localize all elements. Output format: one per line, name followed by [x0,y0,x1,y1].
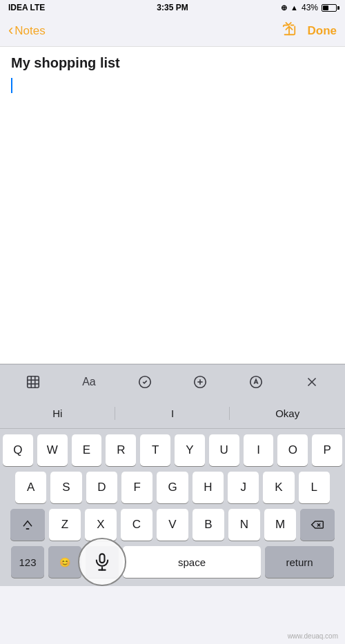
key-s[interactable]: S [50,472,81,503]
delete-key[interactable] [300,509,335,541]
microphone-key[interactable] [86,546,119,578]
key-d[interactable]: D [86,472,117,503]
key-b[interactable]: B [193,509,224,541]
key-a[interactable]: A [15,472,46,503]
battery-text: 43% [302,3,318,12]
key-o[interactable]: O [277,434,308,466]
key-p[interactable]: P [312,434,342,466]
emoji-key[interactable]: 😊 [48,546,81,578]
close-keyboard-button[interactable] [297,370,327,394]
status-indicators: ⊕ ▲ 43% [281,3,337,12]
key-j[interactable]: J [228,472,259,503]
table-button[interactable] [18,370,48,394]
status-carrier: IDEA LTE [8,3,45,12]
key-e[interactable]: E [72,434,102,466]
note-title: My shopping list [11,55,334,71]
nav-bar: ‹ Notes Done [0,15,345,47]
key-c[interactable]: C [121,509,152,541]
key-u[interactable]: U [209,434,239,466]
keyboard-toolbar: Aa [0,364,345,399]
format-button[interactable]: Aa [74,370,104,394]
key-k[interactable]: K [263,472,294,503]
text-cursor [11,78,12,93]
key-r[interactable]: R [106,434,136,466]
checklist-button[interactable] [130,370,160,394]
shift-key[interactable] [10,509,45,541]
add-button[interactable] [185,370,215,394]
predict-item-i[interactable]: I [115,402,230,425]
predictive-bar: Hi I Okay [0,399,345,429]
key-row-2: A S D F G H J K L [3,472,342,503]
key-l[interactable]: L [299,472,330,503]
back-label: Notes [14,24,45,38]
key-t[interactable]: T [140,434,170,466]
key-row-3: Z X C V B N M [3,509,342,541]
notes-content-area[interactable]: My shopping list [0,47,345,364]
back-chevron: ‹ [8,23,13,38]
carrier-text: IDEA LTE [8,3,45,12]
note-cursor-line [11,78,334,96]
watermark: www.deuaq.com [288,632,338,640]
done-button[interactable]: Done [308,24,337,38]
battery-icon [322,4,337,12]
svg-rect-17 [100,554,105,563]
key-row-4: 123 😊 space return [3,546,342,578]
space-key[interactable]: space [123,546,261,578]
key-n[interactable]: N [228,509,260,541]
mic-circle [78,538,126,586]
key-h[interactable]: H [193,472,224,503]
keyboard: Q W E R T Y U I O P A S D F G H J K L Z … [0,429,345,586]
key-m[interactable]: M [264,509,296,541]
share-button[interactable] [282,21,297,40]
svg-point-10 [250,376,262,388]
key-q[interactable]: Q [3,434,33,466]
location-icon: ⊕ [281,3,287,12]
key-row-1: Q W E R T Y U I O P [3,434,342,466]
predict-item-okay[interactable]: Okay [230,402,345,425]
status-time: 3:35 PM [157,3,188,12]
key-x[interactable]: X [85,509,117,541]
numbers-key[interactable]: 123 [11,546,44,578]
key-z[interactable]: Z [49,509,81,541]
key-v[interactable]: V [157,509,188,541]
return-key[interactable]: return [265,546,334,578]
status-bar: IDEA LTE 3:35 PM ⊕ ▲ 43% [0,0,345,15]
predict-item-hi[interactable]: Hi [0,402,115,425]
marker-button[interactable] [241,370,271,394]
key-i[interactable]: I [244,434,274,466]
key-f[interactable]: F [121,472,152,503]
key-g[interactable]: G [157,472,188,503]
wifi-icon: ▲ [290,3,298,12]
key-w[interactable]: W [37,434,68,466]
format-label: Aa [82,376,96,388]
key-y[interactable]: Y [175,434,205,466]
nav-right-actions: Done [282,21,337,40]
svg-rect-1 [28,376,39,388]
back-button[interactable]: ‹ Notes [8,24,46,38]
